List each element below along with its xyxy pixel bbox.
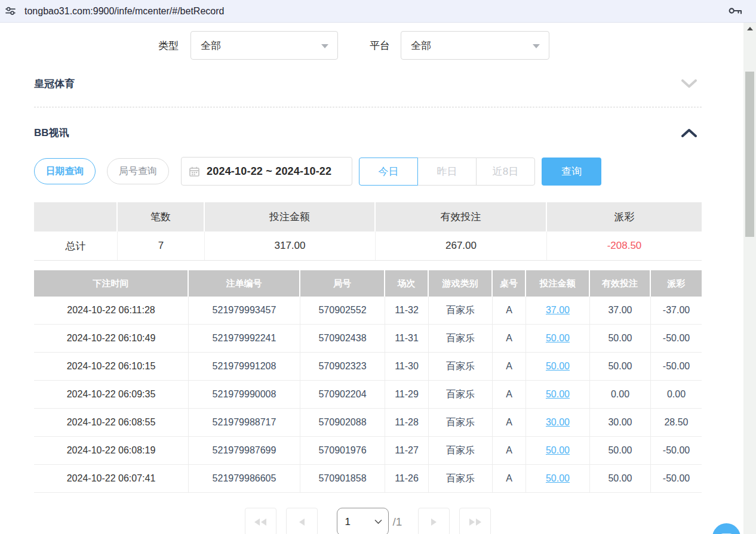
platform-filter-value: 全部 bbox=[411, 39, 431, 53]
bet-amount-link[interactable]: 50.00 bbox=[546, 389, 570, 400]
filter-row: 类型 全部 平台 全部 bbox=[34, 31, 702, 60]
summary-header-row: 笔数 投注金额 有效投注 派彩 bbox=[34, 202, 702, 231]
table-cell: 570902323 bbox=[300, 353, 385, 380]
table-row: 2024-10-22 06:08:19521979987699570901976… bbox=[34, 437, 702, 465]
caret-down-icon bbox=[321, 44, 328, 48]
page-number-select[interactable]: 1 bbox=[337, 508, 389, 534]
type-filter-select[interactable]: 全部 bbox=[190, 31, 338, 60]
bet-table-header-cell: 局号 bbox=[300, 270, 385, 297]
bet-amount-link-cell: 50.00 bbox=[526, 381, 590, 408]
site-settings-icon[interactable] bbox=[5, 5, 16, 17]
table-cell: 570901858 bbox=[300, 465, 385, 492]
table-cell: A bbox=[493, 437, 526, 464]
quick-date-segments: 今日 昨日 近8日 bbox=[359, 158, 535, 186]
bet-amount-link[interactable]: 50.00 bbox=[546, 473, 570, 484]
table-cell: 百家乐 bbox=[429, 353, 493, 380]
chevron-up-icon[interactable] bbox=[681, 128, 697, 137]
first-page-button[interactable] bbox=[245, 508, 276, 534]
bet-amount-link[interactable]: 30.00 bbox=[546, 417, 570, 428]
table-cell: 百家乐 bbox=[429, 325, 493, 352]
round-query-tab[interactable]: 局号查询 bbox=[107, 158, 169, 184]
section-bb-video[interactable]: BB视讯 bbox=[34, 125, 702, 140]
chevron-down-icon[interactable] bbox=[681, 79, 697, 88]
bet-amount-link-cell: 50.00 bbox=[526, 437, 590, 464]
search-button[interactable]: 查询 bbox=[542, 158, 601, 186]
bet-amount-link[interactable]: 50.00 bbox=[546, 445, 570, 456]
summary-total-row: 总计 7 317.00 267.00 -208.50 bbox=[34, 231, 702, 261]
table-cell: 百家乐 bbox=[429, 409, 493, 436]
bet-amount-link[interactable]: 37.00 bbox=[546, 305, 570, 316]
bet-table-header-cell: 有效投注 bbox=[590, 270, 651, 297]
summary-total-label: 总计 bbox=[34, 231, 118, 260]
bet-amount-link-cell: 30.00 bbox=[526, 409, 590, 436]
summary-valid-bet-value: 267.00 bbox=[376, 231, 547, 260]
password-key-icon[interactable] bbox=[728, 6, 743, 16]
last-8-days-button[interactable]: 近8日 bbox=[476, 158, 535, 186]
table-cell: 570901976 bbox=[300, 437, 385, 464]
date-range-value: 2024-10-22 ~ 2024-10-22 bbox=[207, 165, 331, 178]
date-range-picker[interactable]: 2024-10-22 ~ 2024-10-22 bbox=[181, 157, 352, 186]
bet-table-header-cell: 注单编号 bbox=[189, 270, 300, 297]
table-cell: 570902204 bbox=[300, 381, 385, 408]
table-cell: 11-29 bbox=[385, 381, 429, 408]
vertical-scrollbar[interactable] bbox=[743, 23, 756, 534]
bet-record-page: 类型 全部 平台 全部 皇冠体育 BB视讯 bbox=[0, 23, 756, 534]
crown-sports-title: 皇冠体育 bbox=[34, 77, 75, 91]
section-crown-sports[interactable]: 皇冠体育 bbox=[34, 76, 702, 91]
table-cell: 521979986605 bbox=[189, 465, 300, 492]
next-page-button[interactable] bbox=[418, 508, 450, 534]
payout-cell: 28.50 bbox=[651, 409, 702, 436]
bet-table-body: 2024-10-22 06:11:28521979993457570902552… bbox=[34, 297, 702, 493]
type-filter-label: 类型 bbox=[158, 39, 179, 53]
table-cell: 50.00 bbox=[590, 325, 651, 352]
bb-video-title: BB视讯 bbox=[34, 126, 69, 140]
table-cell: 11-31 bbox=[385, 325, 429, 352]
table-cell: 11-30 bbox=[385, 353, 429, 380]
table-cell: 百家乐 bbox=[429, 465, 493, 492]
table-cell: 11-27 bbox=[385, 437, 429, 464]
table-cell: 50.00 bbox=[590, 437, 651, 464]
summary-header-empty bbox=[34, 202, 118, 231]
payout-cell: -50.00 bbox=[651, 465, 702, 492]
table-cell: 521979993457 bbox=[189, 297, 300, 324]
table-cell: 521979988717 bbox=[189, 409, 300, 436]
summary-header-valid-bet: 有效投注 bbox=[376, 202, 547, 231]
bet-table-header-cell: 投注金额 bbox=[526, 270, 590, 297]
bet-time-cell: 2024-10-22 06:09:35 bbox=[34, 381, 189, 408]
summary-bet-amount-value: 317.00 bbox=[205, 231, 376, 260]
pagination: 1 /1 bbox=[34, 508, 702, 534]
today-button[interactable]: 今日 bbox=[359, 158, 418, 186]
scrollbar-thumb[interactable] bbox=[745, 72, 754, 237]
date-query-tab[interactable]: 日期查询 bbox=[34, 158, 96, 184]
table-cell: 37.00 bbox=[590, 297, 651, 324]
bet-amount-link[interactable]: 50.00 bbox=[546, 361, 570, 372]
table-cell: 521979991208 bbox=[189, 353, 300, 380]
table-cell: 50.00 bbox=[590, 465, 651, 492]
platform-filter-label: 平台 bbox=[370, 39, 390, 53]
table-cell: A bbox=[493, 353, 526, 380]
table-cell: 0.00 bbox=[590, 381, 651, 408]
bet-table-header-cell: 场次 bbox=[385, 270, 429, 297]
platform-filter-select[interactable]: 全部 bbox=[401, 31, 549, 60]
payout-cell: -50.00 bbox=[651, 353, 702, 380]
table-cell: 570902552 bbox=[300, 297, 385, 324]
bet-amount-link-cell: 50.00 bbox=[526, 465, 590, 492]
address-bar-url[interactable]: tongbao31.com:9900/infe/mcenter/#/betRec… bbox=[24, 6, 224, 17]
table-row: 2024-10-22 06:11:28521979993457570902552… bbox=[34, 297, 702, 325]
bet-time-cell: 2024-10-22 06:07:41 bbox=[34, 465, 189, 492]
table-row: 2024-10-22 06:09:35521979990008570902204… bbox=[34, 381, 702, 409]
scrollbar-up-arrow[interactable] bbox=[743, 27, 756, 30]
table-cell: 570902438 bbox=[300, 325, 385, 352]
table-cell: 11-26 bbox=[385, 465, 429, 492]
previous-page-button[interactable] bbox=[286, 508, 318, 534]
table-row: 2024-10-22 06:08:55521979988717570902088… bbox=[34, 409, 702, 437]
payout-cell: -50.00 bbox=[651, 437, 702, 464]
last-page-button[interactable] bbox=[459, 508, 491, 534]
bet-amount-link[interactable]: 50.00 bbox=[546, 333, 570, 344]
yesterday-button[interactable]: 昨日 bbox=[417, 158, 477, 186]
table-row: 2024-10-22 06:10:15521979991208570902323… bbox=[34, 353, 702, 381]
table-cell: 570902088 bbox=[300, 409, 385, 436]
table-cell: A bbox=[493, 381, 526, 408]
select-chevron-icon bbox=[374, 519, 382, 524]
page-total-label: /1 bbox=[393, 508, 402, 534]
